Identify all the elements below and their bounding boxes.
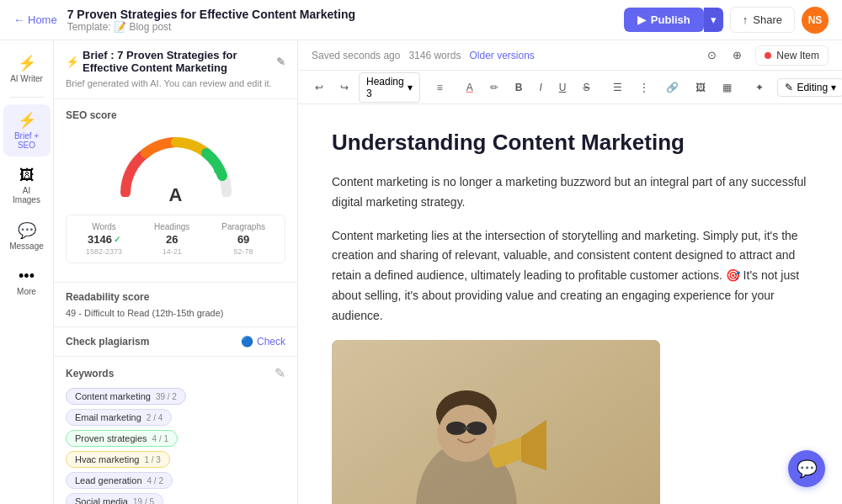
sidebar-item-message[interactable]: 💬 Message: [3, 215, 51, 257]
brief-desc: Brief generated with AI. You can review …: [66, 77, 285, 90]
gauge-letter: A: [169, 184, 183, 206]
sidebar-label-brief: Brief + SEO: [8, 131, 45, 150]
icon-btn-1[interactable]: ⊙: [700, 44, 723, 67]
brief-title: ⚡ Brief : 7 Proven Strategies for Effect…: [66, 49, 285, 74]
content-para-1: Content marketing is no longer a marketi…: [332, 172, 808, 213]
content-heading-1: Understanding Content Marketing: [332, 130, 808, 156]
toolbar-icons-group: ⊙ ⊕: [700, 44, 749, 67]
plagiarism-section: Check plagiarism 🔵 Check: [54, 326, 297, 356]
formatting-bar: ↩ ↪ Heading 3 ▾ ≡ A ✏ B I U S ☰ ⋮ 🔗 🖼 ▦ …: [298, 71, 842, 104]
edit-pencil-icon: ✎: [785, 82, 793, 93]
new-item-button[interactable]: New Item: [755, 45, 829, 66]
keyword-tag-email-marketing[interactable]: Email marketing 2 / 4: [66, 409, 172, 426]
keyword-tag-proven-strategies[interactable]: Proven strategies 4 / 1: [66, 430, 178, 447]
share-icon: ↑: [743, 13, 749, 26]
keyword-tag-content-marketing[interactable]: Content marketing 39 / 2: [66, 388, 186, 405]
underline-button[interactable]: U: [552, 76, 573, 99]
message-icon: 💬: [18, 221, 36, 240]
sidebar-item-brief-seo[interactable]: ⚡ Brief + SEO: [3, 104, 51, 157]
heading-selector[interactable]: Heading 3 ▾: [359, 72, 420, 103]
headings-label: Headings: [154, 222, 189, 231]
icon-btn-2[interactable]: ⊕: [725, 44, 749, 67]
editing-badge[interactable]: ✎ Editing ▾: [777, 78, 842, 97]
template-info: Template: 📝 Blog post: [67, 21, 614, 33]
edit-keywords-icon[interactable]: ✎: [274, 365, 285, 381]
stat-paragraphs: Paragraphs 69 52-78: [221, 222, 265, 256]
template-type: Blog post: [129, 21, 171, 33]
sidebar-label-message: Message: [9, 241, 44, 251]
more-icon: •••: [19, 268, 35, 285]
main-layout: ⚡ AI Writer ⚡ Brief + SEO 🖼 AI Images 💬 …: [0, 40, 842, 504]
redo-button[interactable]: ↪: [333, 76, 355, 99]
chat-icon: 💬: [797, 459, 818, 479]
editor-content[interactable]: Understanding Content Marketing Content …: [298, 104, 842, 504]
words-check-icon: ✓: [114, 235, 120, 244]
editor-area: Saved seconds ago 3146 words Older versi…: [298, 40, 842, 504]
sidebar-item-ai-writer[interactable]: ⚡ AI Writer: [3, 47, 51, 90]
saved-status: Saved seconds ago: [312, 50, 400, 61]
headings-range: 14-21: [163, 247, 182, 256]
sidebar-label-ai-images: AI Images: [8, 186, 45, 204]
gauge-needle: [214, 166, 222, 174]
words-range: 1582-2373: [86, 247, 122, 256]
chat-bubble[interactable]: 💬: [788, 450, 825, 487]
readability-score: 49 - Difficult to Read (12th-15th grade): [66, 308, 285, 318]
publish-icon: ▶: [637, 13, 646, 26]
strikethrough-button[interactable]: S: [576, 76, 596, 99]
edit-brief-icon[interactable]: ✎: [276, 56, 285, 68]
keyword-tag-social-media[interactable]: Social media 19 / 5: [66, 493, 163, 504]
ordered-list-button[interactable]: ⋮: [632, 76, 656, 99]
image-svg: [332, 340, 660, 504]
content-image: [332, 340, 660, 504]
check-circle-icon: 🔵: [241, 336, 253, 347]
publish-group: ▶ Publish ▾: [624, 8, 723, 32]
words-label: Words: [92, 222, 116, 231]
topbar: ← Home 7 Proven Strategies for Effective…: [0, 0, 842, 40]
svg-rect-8: [332, 340, 660, 504]
align-button[interactable]: ≡: [430, 76, 450, 99]
new-item-dot: [765, 52, 771, 59]
heading-chevron-icon: ▾: [408, 82, 413, 93]
seo-gauge: A: [66, 130, 285, 206]
plagiarism-check-btn[interactable]: 🔵 Check: [241, 336, 285, 347]
older-versions-link[interactable]: Older versions: [469, 50, 534, 61]
ai-button[interactable]: ✦: [749, 76, 770, 99]
sidebar-label-ai-writer: AI Writer: [10, 74, 43, 83]
text-color-button[interactable]: A: [460, 76, 480, 99]
paragraphs-value: 69: [237, 233, 249, 246]
words-value: 3146 ✓: [88, 233, 120, 246]
paragraphs-label: Paragraphs: [221, 222, 265, 231]
editor-topbar-right: ⊙ ⊕ New Item: [700, 44, 829, 67]
document-title: 7 Proven Strategies for Effective Conten…: [67, 8, 614, 21]
home-button[interactable]: ← Home: [13, 13, 57, 26]
italic-button[interactable]: I: [532, 76, 548, 99]
sidebar-item-ai-images[interactable]: 🖼 AI Images: [3, 160, 51, 211]
lightning-icon: ⚡: [18, 54, 36, 72]
undo-button[interactable]: ↩: [308, 76, 330, 99]
seo-score-title: SEO score: [66, 109, 285, 121]
readability-section: Readability score 49 - Difficult to Read…: [54, 282, 297, 326]
user-avatar[interactable]: NS: [802, 7, 829, 34]
plagiarism-title: Check plagiarism: [66, 336, 149, 347]
brief-icon: ⚡: [18, 111, 36, 130]
stats-row: Words 3146 ✓ 1582-2373 Headings 26 14-21…: [66, 215, 285, 263]
table-button[interactable]: ▦: [716, 76, 738, 99]
template-label: Template:: [67, 21, 111, 33]
publish-chevron[interactable]: ▾: [704, 8, 723, 32]
editor-topbar: Saved seconds ago 3146 words Older versi…: [298, 40, 842, 71]
bold-button[interactable]: B: [509, 76, 530, 99]
publish-button[interactable]: ▶ Publish: [624, 8, 704, 32]
sidebar-item-more[interactable]: ••• More: [3, 261, 51, 303]
keyword-tag-hvac-marketing[interactable]: Hvac marketing 1 / 3: [66, 451, 170, 468]
list-button[interactable]: ☰: [606, 76, 629, 99]
sidebar-left: ⚡ AI Writer ⚡ Brief + SEO 🖼 AI Images 💬 …: [0, 40, 54, 504]
highlight-button[interactable]: ✏: [483, 76, 505, 99]
image-button[interactable]: 🖼: [689, 76, 712, 99]
keyword-tag-lead-generation[interactable]: Lead generation 4 / 2: [66, 472, 173, 489]
link-button[interactable]: 🔗: [659, 76, 685, 99]
stat-words: Words 3146 ✓ 1582-2373: [86, 222, 122, 256]
sidebar-label-more: More: [17, 287, 36, 296]
sidebar-divider: [10, 97, 44, 98]
seo-panel: ⚡ Brief : 7 Proven Strategies for Effect…: [54, 40, 298, 504]
share-button[interactable]: ↑ Share: [730, 7, 795, 33]
